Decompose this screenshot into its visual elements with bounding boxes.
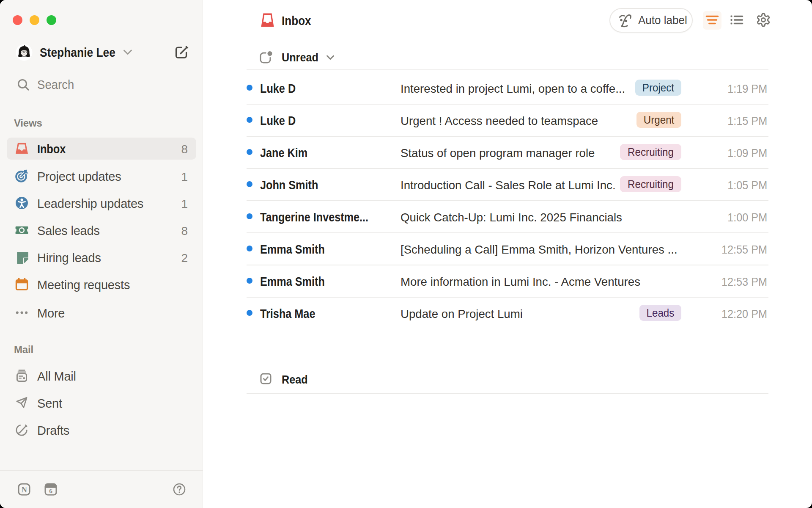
svg-text:6: 6 xyxy=(49,487,52,494)
svg-text:N: N xyxy=(21,485,27,494)
